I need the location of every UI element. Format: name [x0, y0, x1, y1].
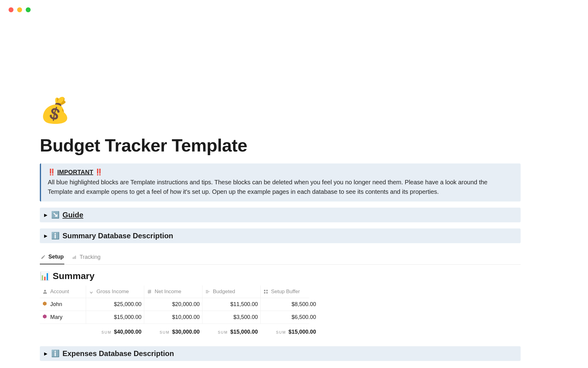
toggle-expenses-description[interactable]: ▶ ℹ️ Expenses Database Description — [40, 346, 521, 361]
table-header-row: Account Gross Income Net Income Budgeted… — [40, 286, 309, 298]
svg-rect-1 — [74, 256, 75, 259]
sum-gross[interactable]: SUM$40,000.00 — [86, 327, 144, 337]
col-net-income[interactable]: Net Income — [144, 286, 202, 298]
table-row[interactable]: Mary$15,000.00$10,000.00$3,500.00$6,500.… — [40, 311, 309, 324]
chevron-right-icon: ▶ — [44, 213, 47, 217]
col-budgeted-label: Budgeted — [213, 289, 235, 295]
hexagon-icon — [42, 314, 47, 320]
svg-rect-2 — [75, 255, 76, 259]
tab-tracking[interactable]: Tracking — [71, 251, 101, 264]
toggle-summary-description[interactable]: ▶ ℹ️ Summary Database Description — [40, 228, 521, 243]
cell-buffer[interactable]: $6,500.00 — [260, 311, 318, 324]
summary-table: Account Gross Income Net Income Budgeted… — [40, 286, 309, 337]
pencil-icon — [40, 254, 46, 260]
table-footer-row: SUM$40,000.00 SUM$30,000.00 SUM$15,000.0… — [40, 324, 309, 337]
cell-gross[interactable]: $25,000.00 — [86, 298, 144, 311]
database-view-tabs: Setup Tracking — [40, 251, 521, 265]
zoom-window-dot[interactable] — [26, 7, 31, 12]
cell-account[interactable]: John — [40, 298, 86, 311]
col-buffer-label: Setup Buffer — [271, 289, 300, 295]
cell-budgeted[interactable]: $3,500.00 — [202, 311, 260, 324]
summary-title-row[interactable]: 📊 Summary — [40, 271, 545, 281]
toggle-summary-description-label: Summary Database Description — [62, 232, 173, 240]
arrow-down-icon — [89, 289, 94, 294]
cell-net[interactable]: $10,000.00 — [144, 311, 202, 324]
col-net-label: Net Income — [155, 289, 181, 295]
account-name: John — [50, 301, 62, 308]
summary-heading: Summary — [53, 271, 95, 281]
svg-rect-0 — [73, 257, 74, 259]
tab-setup-label: Setup — [48, 254, 64, 260]
page-emoji-icon[interactable]: 💰 — [40, 98, 545, 123]
important-callout[interactable]: ‼️ IMPORTANT ‼️ All blue highlighted blo… — [40, 163, 521, 201]
sum-buffer[interactable]: SUM$15,000.00 — [260, 327, 318, 337]
toggle-guide[interactable]: ▶ ↘️ Guide — [40, 208, 521, 222]
col-budgeted[interactable]: Budgeted — [202, 286, 260, 298]
hexagon-icon — [42, 301, 47, 308]
cell-budgeted[interactable]: $11,500.00 — [202, 298, 260, 311]
window-traffic-lights[interactable] — [9, 7, 31, 12]
page-title[interactable]: Budget Tracker Template — [40, 135, 545, 155]
toggle-expenses-description-label: Expenses Database Description — [62, 349, 174, 358]
col-gross-label: Gross Income — [96, 289, 129, 295]
cell-gross[interactable]: $15,000.00 — [86, 311, 144, 324]
chevron-right-icon: ▶ — [44, 233, 47, 238]
tab-tracking-label: Tracking — [80, 254, 100, 260]
chevron-right-icon: ▶ — [44, 351, 47, 356]
svg-marker-4 — [43, 314, 47, 318]
svg-marker-3 — [43, 301, 47, 305]
col-account[interactable]: Account — [40, 286, 86, 298]
sum-budgeted[interactable]: SUM$15,000.00 — [202, 327, 260, 337]
formula-icon — [205, 289, 210, 294]
callout-body: All blue highlighted blocks are Template… — [48, 178, 514, 197]
grid-icon — [263, 289, 269, 294]
double-exclamation-icon: ‼️ — [95, 168, 103, 176]
account-name: Mary — [50, 314, 62, 320]
important-label: IMPORTANT — [57, 169, 93, 176]
table-row[interactable]: John$25,000.00$20,000.00$11,500.00$8,500… — [40, 298, 309, 311]
cell-account[interactable]: Mary — [40, 311, 86, 324]
close-window-dot[interactable] — [9, 7, 13, 12]
hash-icon — [147, 289, 152, 294]
toggle-guide-label: Guide — [62, 211, 83, 219]
double-exclamation-icon: ‼️ — [48, 168, 55, 176]
col-account-label: Account — [50, 289, 69, 295]
info-icon: ℹ️ — [51, 232, 59, 240]
arrow-down-right-icon: ↘️ — [51, 211, 59, 219]
info-icon: ℹ️ — [51, 350, 59, 358]
bars-icon — [72, 255, 77, 260]
cell-net[interactable]: $20,000.00 — [144, 298, 202, 311]
col-setup-buffer[interactable]: Setup Buffer — [260, 286, 318, 298]
cell-buffer[interactable]: $8,500.00 — [260, 298, 318, 311]
person-icon — [42, 289, 48, 294]
bar-chart-icon: 📊 — [40, 271, 50, 281]
col-gross-income[interactable]: Gross Income — [86, 286, 144, 298]
minimize-window-dot[interactable] — [17, 7, 22, 12]
tab-setup[interactable]: Setup — [40, 251, 64, 264]
sum-net[interactable]: SUM$30,000.00 — [144, 327, 202, 337]
